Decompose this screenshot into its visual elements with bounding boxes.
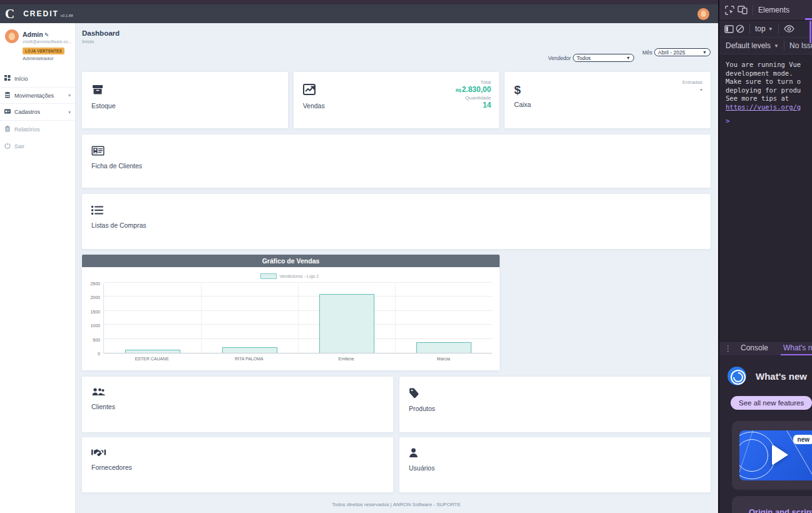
dock-panel-icon[interactable] — [724, 25, 734, 33]
page-title: Dashboard — [82, 29, 711, 37]
console-link[interactable]: https://vuejs.org/g — [726, 103, 801, 111]
user-email: credit@anronsoftware.co... — [23, 39, 71, 44]
inspect-element-icon[interactable] — [725, 6, 734, 15]
filters-row: Vendedor Todos ▼ Mês Abril - 2025 ▼ — [82, 48, 711, 64]
archive-box-icon — [91, 87, 104, 98]
x-tick-label: RITA PALOMA — [200, 357, 297, 361]
power-icon — [4, 143, 14, 150]
card-label: Usuários — [409, 464, 701, 472]
card-caixa[interactable]: $ Caixa Entradas - — [505, 72, 711, 128]
sales-chart-card: Gráfico de Vendas Vendedores - Loja 2 05… — [82, 255, 500, 370]
sidebar-item-label: Início — [14, 76, 28, 82]
chevron-down-icon: ▼ — [702, 50, 707, 54]
sidebar-item-movimentacoes[interactable]: Movimentações ▾ — [0, 87, 75, 104]
drawer-tab-bar: ⋮ Console What's new — [719, 341, 812, 355]
sidebar-item-cadastros[interactable]: Cadastros ▾ — [0, 104, 75, 121]
avatar — [5, 29, 19, 43]
device-toolbar-icon[interactable] — [737, 6, 748, 14]
split-line — [298, 283, 299, 353]
tab-elements[interactable]: Elements — [758, 6, 789, 14]
chart-x-axis: ESTER CAUANERITA PALOMAEmileneMárcia — [103, 357, 492, 361]
bar-Márcia[interactable] — [416, 342, 471, 353]
sidebar-item-label: Relatórios — [14, 126, 40, 133]
issues-counter[interactable]: No Issues — [789, 41, 812, 50]
devtools-tab-bar: Elements — [719, 0, 812, 21]
card-label: Vendas — [303, 102, 325, 109]
sidebar-item-sair[interactable]: Sair — [0, 138, 75, 155]
kebab-menu-icon[interactable]: ⋮ — [724, 344, 732, 353]
card-label: Produtos — [409, 405, 701, 412]
see-all-features-button[interactable]: See all new features — [731, 396, 812, 410]
user-avatar-icon[interactable] — [697, 8, 709, 20]
play-icon[interactable] — [772, 444, 788, 465]
chevron-down-icon: ▾ — [68, 109, 71, 115]
sidebar-item-inicio[interactable]: Início — [0, 70, 75, 87]
y-tick-label: 0 — [98, 352, 100, 356]
chart-plot-area — [103, 283, 492, 353]
scrollbar-thumb[interactable] — [809, 21, 811, 43]
x-tick-label: Márcia — [395, 357, 492, 361]
quantidade-value: 14 — [456, 101, 491, 109]
y-tick-label: 1500 — [90, 310, 100, 314]
card-fornecedores[interactable]: Fornecedores — [82, 437, 393, 492]
card-listas-de-compras[interactable]: Listas de Compras — [82, 194, 711, 249]
card-label: Clientes — [91, 403, 384, 410]
sidebar-item-relatorios[interactable]: Relatórios — [0, 121, 75, 138]
chevron-down-icon: ▾ — [68, 93, 71, 98]
grid-icon — [4, 75, 14, 83]
bar-RITA PALOMA[interactable] — [222, 347, 277, 353]
main-content: Dashboard Início Vendedor Todos ▼ Mês Ab… — [76, 23, 718, 513]
eye-icon[interactable] — [784, 25, 794, 33]
card-icon — [4, 108, 14, 116]
y-tick-label: 500 — [93, 338, 100, 342]
chevron-down-icon: ▼ — [774, 43, 779, 49]
x-tick-label: ESTER CAUANE — [103, 357, 200, 361]
brand-name: CREDIT — [23, 9, 59, 18]
card-vendas[interactable]: Vendas Total R$2.830,00 Quantidade 14 — [294, 72, 500, 128]
mes-label: Mês — [642, 49, 652, 56]
app-window: C CREDIT v0.1.88 Admin✎ credit@anronsoft… — [0, 0, 718, 513]
entradas-label: Entradas — [682, 79, 702, 85]
console-filter-bar: Default levels ▼ No Issues — [719, 38, 812, 54]
active-tab-underline — [805, 18, 812, 20]
chart-legend[interactable]: Vendedores - Loja 2 — [87, 273, 492, 279]
chevron-down-icon: ▼ — [768, 26, 773, 32]
bar-Emilene[interactable] — [319, 294, 374, 353]
mes-select[interactable]: Abril - 2025 ▼ — [654, 48, 711, 56]
console-line: You are running Vue — [726, 61, 812, 69]
drawer-tab-whats-new[interactable]: What's new — [781, 343, 812, 355]
card-clientes[interactable]: Clientes — [82, 377, 393, 432]
store-badge: LOJA VERTENTES — [23, 48, 64, 54]
feature-card[interactable]: Origin and script — [732, 496, 812, 513]
sidebar: Admin✎ credit@anronsoftware.co... LOJA V… — [0, 23, 76, 513]
context-selector[interactable]: top — [755, 24, 766, 33]
video-thumbnail[interactable]: new — [739, 430, 812, 480]
levels-dropdown[interactable]: Default levels — [726, 41, 771, 50]
whats-new-heading: What's new — [756, 371, 807, 382]
chevron-down-icon: ▼ — [626, 56, 630, 60]
tag-icon — [409, 390, 419, 400]
console-prompt[interactable]: > — [726, 117, 812, 126]
clear-console-icon[interactable] — [736, 24, 744, 33]
handshake-icon — [91, 449, 106, 459]
edit-profile-icon[interactable]: ✎ — [44, 32, 49, 38]
drawer-tab-console[interactable]: Console — [738, 343, 771, 355]
feature-card[interactable]: new — [732, 421, 812, 490]
card-produtos[interactable]: Produtos — [399, 377, 711, 432]
dollar-icon: $ — [514, 83, 521, 96]
card-estoque[interactable]: Estoque — [82, 72, 288, 128]
total-value: R$2.830,00 — [456, 85, 491, 94]
sidebar-item-label: Movimentações — [14, 93, 54, 99]
feature-link[interactable]: Origin and script — [749, 507, 812, 513]
bar-ESTER CAUANE[interactable] — [125, 350, 180, 353]
user-role: Administrador — [23, 56, 71, 61]
y-tick-label: 2500 — [90, 282, 100, 286]
card-label: Fornecedores — [91, 464, 384, 471]
console-line: development mode. — [726, 69, 812, 78]
chart-title: Gráfico de Vendas — [82, 255, 500, 267]
vendedor-select[interactable]: Todos ▼ — [573, 54, 634, 62]
card-usuarios[interactable]: Usuários — [399, 437, 711, 492]
footer-text: Todos direitos reservados | ANRON Softwa… — [82, 502, 711, 507]
card-ficha-de-clientes[interactable]: Ficha de Clientes — [82, 135, 711, 188]
entradas-value: - — [682, 85, 702, 93]
